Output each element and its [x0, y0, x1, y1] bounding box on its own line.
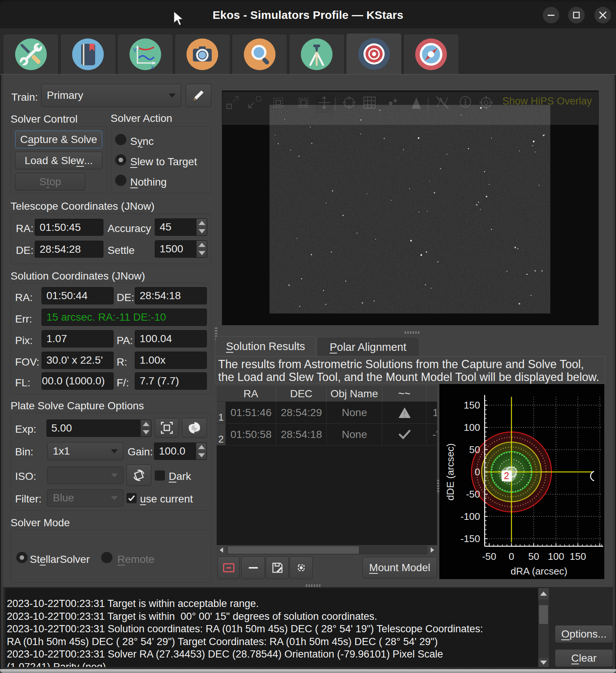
svg-text:0: 0 [509, 551, 514, 562]
svg-text:-150: -150 [460, 533, 480, 544]
svg-text:100: 100 [464, 422, 480, 433]
svg-text:-100: -100 [460, 511, 480, 522]
svg-text:2: 2 [504, 470, 509, 481]
svg-text:150: 150 [570, 551, 586, 562]
svg-text:0: 0 [475, 466, 480, 478]
svg-text:x: x [151, 64, 154, 70]
svg-text:50: 50 [469, 444, 480, 455]
svg-text:100: 100 [548, 551, 564, 562]
svg-text:50: 50 [528, 551, 539, 562]
svg-text:Y: Y [133, 47, 137, 54]
svg-text:-50: -50 [482, 551, 496, 562]
svg-text:dRA (arcsec): dRA (arcsec) [511, 565, 567, 577]
svg-text:150: 150 [464, 399, 480, 411]
svg-text:dDE (arcsec): dDE (arcsec) [445, 443, 456, 501]
svg-text:-50: -50 [466, 489, 480, 500]
